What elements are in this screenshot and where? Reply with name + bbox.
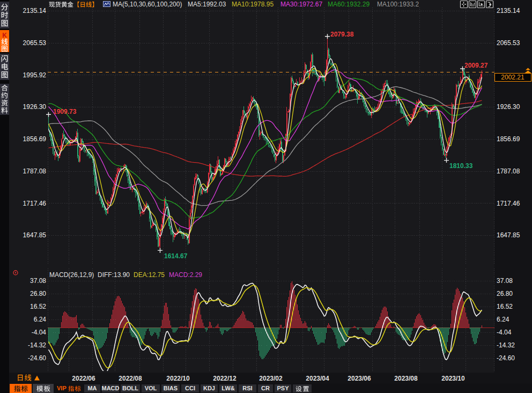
svg-text:2022/06: 2022/06	[72, 375, 95, 382]
svg-text:2023/04: 2023/04	[306, 375, 329, 382]
svg-text:BOLL: BOLL	[122, 385, 138, 391]
svg-text:2023/02: 2023/02	[259, 375, 283, 382]
svg-text:MA(5,10,30,60,100,200): MA(5,10,30,60,100,200)	[113, 1, 182, 8]
svg-text:2135.14: 2135.14	[23, 7, 47, 14]
svg-text:MACD: MACD	[102, 385, 120, 391]
svg-text:1926.30: 1926.30	[23, 103, 47, 111]
svg-text:1787.08: 1787.08	[23, 168, 47, 175]
svg-text:BIAS: BIAS	[164, 385, 178, 391]
svg-text:1787.08: 1787.08	[497, 168, 520, 175]
svg-text:-14.32: -14.32	[497, 341, 515, 349]
svg-text:26.80: 26.80	[30, 290, 46, 297]
svg-text:1909.73: 1909.73	[53, 108, 77, 115]
svg-text:MA100:1933.2: MA100:1933.2	[377, 1, 419, 8]
svg-text:MA30:1972.67: MA30:1972.67	[280, 1, 322, 8]
svg-text:2135.14: 2135.14	[497, 7, 520, 14]
svg-text:2065.53: 2065.53	[497, 39, 520, 47]
svg-text:1614.67: 1614.67	[164, 252, 188, 260]
svg-text:2023/10: 2023/10	[441, 375, 465, 382]
svg-text:MACD(26,12,9): MACD(26,12,9)	[49, 271, 94, 279]
svg-text:16.52: 16.52	[30, 303, 46, 310]
svg-text:2023/06: 2023/06	[348, 375, 371, 382]
svg-text:-14.32: -14.32	[28, 341, 46, 349]
svg-text:VOL: VOL	[145, 385, 157, 391]
svg-text:VIP: VIP	[57, 385, 66, 391]
svg-text:LW&: LW&	[221, 385, 234, 391]
svg-text:MACD:2.29: MACD:2.29	[169, 271, 202, 279]
svg-text:2022/08: 2022/08	[119, 375, 142, 382]
svg-text:1926.30: 1926.30	[497, 103, 520, 111]
svg-text:1647.85: 1647.85	[23, 231, 47, 239]
svg-text:1810.33: 1810.33	[449, 162, 473, 170]
svg-text:37.08: 37.08	[30, 277, 46, 285]
svg-text:DIFF:13.90: DIFF:13.90	[98, 271, 130, 279]
svg-text:6.24: 6.24	[34, 316, 47, 323]
svg-text:2022/10: 2022/10	[166, 375, 190, 382]
svg-text:-4.04: -4.04	[497, 329, 512, 336]
svg-text:2002.21: 2002.21	[501, 74, 524, 81]
svg-text:1995.92: 1995.92	[23, 71, 47, 79]
svg-text:CCI: CCI	[185, 385, 195, 391]
svg-text:PSY: PSY	[277, 385, 289, 391]
svg-text:RSI: RSI	[242, 385, 252, 391]
svg-text:MA60:1932.29: MA60:1932.29	[328, 1, 370, 8]
svg-text:DEA:12.75: DEA:12.75	[134, 271, 165, 279]
svg-text:2023/08: 2023/08	[394, 375, 418, 382]
svg-text:MA10:1978.95: MA10:1978.95	[232, 1, 274, 8]
svg-text:2079.38: 2079.38	[330, 31, 354, 38]
svg-text:-4.04: -4.04	[32, 329, 47, 336]
svg-text:1717.46: 1717.46	[23, 200, 47, 207]
svg-text:2009.27: 2009.27	[464, 62, 488, 69]
svg-text:-24.60: -24.60	[28, 354, 46, 362]
svg-text:1717.46: 1717.46	[497, 200, 520, 207]
svg-text:2065.53: 2065.53	[23, 39, 47, 47]
svg-text:1647.85: 1647.85	[497, 231, 520, 239]
svg-text:K: K	[2, 32, 7, 39]
svg-text:2022/12: 2022/12	[213, 375, 237, 382]
svg-text:1856.69: 1856.69	[497, 135, 520, 143]
svg-text:-24.60: -24.60	[497, 354, 515, 362]
svg-text:MA5:1992.03: MA5:1992.03	[188, 1, 226, 8]
svg-text:6.24: 6.24	[497, 316, 509, 323]
svg-text:KDJ: KDJ	[203, 385, 215, 391]
svg-text:MA: MA	[87, 385, 97, 391]
svg-text:26.80: 26.80	[497, 290, 513, 297]
svg-text:16.52: 16.52	[497, 303, 513, 310]
svg-text:CR: CR	[261, 385, 270, 391]
svg-text:37.08: 37.08	[497, 277, 513, 285]
svg-text:1856.69: 1856.69	[23, 135, 47, 143]
